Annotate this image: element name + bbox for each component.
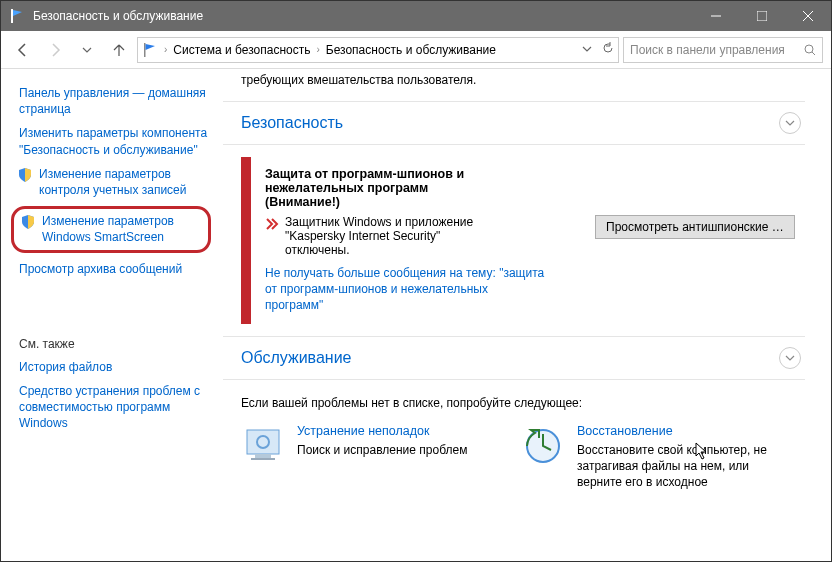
flag-icon bbox=[142, 42, 158, 58]
content-area: Панель управления — домашняя страница Из… bbox=[1, 69, 831, 562]
sidebar-home-link[interactable]: Панель управления — домашняя страница bbox=[19, 85, 211, 117]
main-panel: требующих вмешательства пользователя. Бе… bbox=[223, 69, 831, 562]
titlebar: Безопасность и обслуживание bbox=[1, 1, 831, 31]
sidebar-item-smartscreen[interactable]: Изменение параметров Windows SmartScreen bbox=[11, 206, 211, 252]
troubleshoot-icon bbox=[241, 424, 285, 468]
search-icon bbox=[804, 44, 816, 56]
navbar: › Система и безопасность › Безопасность … bbox=[1, 31, 831, 69]
window-title: Безопасность и обслуживание bbox=[33, 9, 693, 23]
forward-button[interactable] bbox=[41, 36, 69, 64]
back-button[interactable] bbox=[9, 36, 37, 64]
try-following-text: Если вашей проблемы нет в списке, попроб… bbox=[241, 396, 805, 410]
sidebar-smartscreen-link[interactable]: Изменение параметров Windows SmartScreen bbox=[42, 213, 200, 245]
security-flag-icon bbox=[9, 8, 25, 24]
alert-heading: Защита от программ-шпионов и нежелательн… bbox=[265, 167, 795, 209]
svg-rect-2 bbox=[757, 11, 767, 21]
chevron-right-icon: › bbox=[316, 44, 319, 55]
search-placeholder: Поиск в панели управления bbox=[630, 43, 785, 57]
shield-icon bbox=[20, 214, 36, 230]
view-antispyware-button[interactable]: Просмотреть антишпионские прил… bbox=[595, 215, 795, 239]
address-bar[interactable]: › Система и безопасность › Безопасность … bbox=[137, 37, 619, 63]
maximize-button[interactable] bbox=[739, 1, 785, 31]
maintenance-header-label: Обслуживание bbox=[241, 349, 779, 367]
recovery-link[interactable]: Восстановление bbox=[577, 424, 771, 438]
chevron-right-icon: › bbox=[164, 44, 167, 55]
svg-point-6 bbox=[805, 45, 813, 53]
svg-rect-9 bbox=[255, 454, 271, 458]
svg-line-7 bbox=[812, 52, 815, 55]
sidebar-change-component-link[interactable]: Изменить параметры компонента "Безопасно… bbox=[19, 125, 211, 157]
recovery-tool[interactable]: Восстановление Восстановите свой компьют… bbox=[521, 424, 771, 491]
recent-dropdown[interactable] bbox=[73, 36, 101, 64]
chevron-down-icon[interactable] bbox=[779, 347, 801, 369]
sidebar: Панель управления — домашняя страница Из… bbox=[1, 69, 223, 562]
refresh-button[interactable] bbox=[602, 42, 614, 57]
breadcrumb-level1[interactable]: Система и безопасность bbox=[173, 43, 310, 57]
security-header-label: Безопасность bbox=[241, 114, 779, 132]
spyware-alert: Защита от программ-шпионов и нежелательн… bbox=[241, 157, 805, 324]
up-button[interactable] bbox=[105, 36, 133, 64]
svg-rect-10 bbox=[251, 458, 275, 460]
troubleshoot-link[interactable]: Устранение неполадок bbox=[297, 424, 467, 438]
close-button[interactable] bbox=[785, 1, 831, 31]
sidebar-uac-link[interactable]: Изменение параметров контроля учетных за… bbox=[39, 166, 211, 198]
tools-row: Устранение неполадок Поиск и исправление… bbox=[241, 424, 805, 491]
minimize-button[interactable] bbox=[693, 1, 739, 31]
recovery-icon bbox=[521, 424, 565, 468]
chevron-down-icon[interactable] bbox=[779, 112, 801, 134]
svg-rect-0 bbox=[11, 9, 13, 23]
recovery-desc: Восстановите свой компьютер, не затрагив… bbox=[577, 442, 771, 491]
breadcrumb-level2[interactable]: Безопасность и обслуживание bbox=[326, 43, 496, 57]
intro-text: требующих вмешательства пользователя. bbox=[241, 73, 805, 87]
alert-severity-bar bbox=[241, 157, 251, 324]
shield-icon bbox=[17, 167, 33, 183]
svg-rect-8 bbox=[247, 430, 279, 454]
search-input[interactable]: Поиск в панели управления bbox=[623, 37, 823, 63]
sidebar-archive-link[interactable]: Просмотр архива сообщений bbox=[19, 261, 211, 277]
sidebar-file-history-link[interactable]: История файлов bbox=[19, 359, 211, 375]
kaspersky-icon bbox=[265, 217, 279, 231]
alert-message: Защитник Windows и приложение "Kaspersky… bbox=[265, 215, 587, 257]
sidebar-compat-tool-link[interactable]: Средство устранения проблем с совместимо… bbox=[19, 383, 211, 432]
address-dropdown[interactable] bbox=[582, 43, 592, 57]
alert-dismiss-link[interactable]: Не получать больше сообщения на тему: "з… bbox=[265, 265, 545, 314]
sidebar-item-uac[interactable]: Изменение параметров контроля учетных за… bbox=[19, 166, 211, 198]
troubleshoot-desc: Поиск и исправление проблем bbox=[297, 442, 467, 458]
svg-rect-5 bbox=[144, 43, 146, 57]
maintenance-panel-header[interactable]: Обслуживание bbox=[223, 336, 805, 380]
see-also-label: См. также bbox=[19, 337, 211, 351]
security-panel-header[interactable]: Безопасность bbox=[223, 101, 805, 145]
troubleshoot-tool[interactable]: Устранение неполадок Поиск и исправление… bbox=[241, 424, 491, 491]
